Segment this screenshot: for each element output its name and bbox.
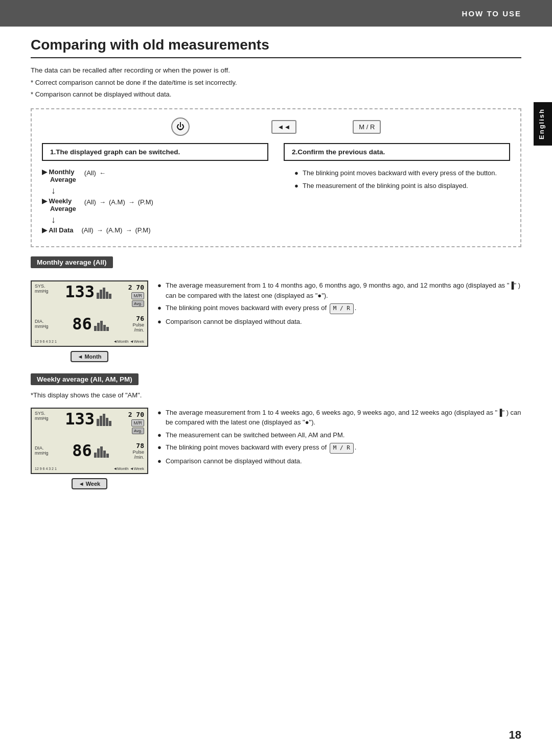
weekly-nav-label: Week: [86, 481, 101, 487]
monthly-bottom-arrows: ◄Month ◄Week: [113, 339, 144, 344]
monthly-label: ▶ Monthly: [42, 168, 74, 176]
bar6: [94, 326, 97, 331]
monthly-num1: 133: [65, 284, 95, 300]
weekly-dia-label: DIA.: [35, 445, 49, 451]
monthly-bullet-3: ● Comparison cannot be displayed without…: [157, 317, 521, 327]
monthly-info-col: ● The average measurement from 1 to 4 mo…: [157, 280, 521, 362]
weekly-bdot-2: ●: [157, 430, 163, 440]
weekly-mr-inline: M / R: [330, 443, 354, 454]
wbar10: [106, 454, 109, 458]
power-button[interactable]: ⏻: [171, 117, 190, 136]
weekly-nav-icon: ◄: [79, 481, 84, 487]
right-bullet-2: ● The measurement of the blinking point …: [294, 181, 510, 191]
bar8: [100, 321, 103, 331]
monthly-sub: Average: [50, 176, 76, 183]
monthly-pulse-label: Pulse: [132, 322, 144, 327]
bar2: [100, 290, 102, 299]
weekly-display-col: SYS. mmHg 133: [31, 408, 148, 489]
monthly-mr-btn: M/R: [131, 292, 144, 299]
monthly-bars-bottom: [94, 317, 109, 331]
weekly-mmhg1: mmHg: [35, 416, 49, 421]
weekly-mr-btn: M/R: [131, 419, 144, 427]
weekly-pm: (P.M): [138, 198, 153, 206]
weekly-label: ▶ Weekly: [42, 197, 72, 205]
mr-label: M / R: [359, 123, 375, 131]
weekly-bars-top: [97, 412, 111, 426]
page-number: 18: [509, 728, 521, 742]
wbar6: [94, 453, 97, 458]
bar9: [103, 325, 106, 331]
weekly-bullet-3: ● The blinking point moves backward with…: [157, 442, 521, 454]
monthly-section: Monthly average (All) SYS. mmHg 133: [31, 256, 521, 362]
weekly-sys-label: SYS.: [35, 411, 49, 416]
mr-button[interactable]: M / R: [353, 120, 381, 134]
bullet-dot-2: ●: [294, 181, 300, 191]
monthly-bullet-1-text: The average measurement from 1 to 4 mont…: [166, 280, 521, 300]
alldata-label: ▶ All Data: [42, 226, 74, 234]
weekly-display-note: *This display shows the case of "AM".: [31, 390, 521, 400]
back-button[interactable]: ◄◄: [271, 120, 297, 134]
graph-item-weekly: ▶ Weekly Average (All) → (A.M) → (P.M): [42, 197, 279, 212]
monthly-lcd: SYS. mmHg 133: [31, 280, 148, 347]
wbar1: [97, 419, 99, 426]
monthly-bdot-1: ●: [157, 280, 163, 291]
weekly-nav-button[interactable]: ◄ Week: [72, 478, 107, 489]
button-row: ⏻ ◄◄ M / R: [42, 117, 510, 136]
weekly-topright: 2 70: [128, 411, 144, 418]
bar5: [109, 294, 111, 299]
weekly-bullet-1: ● The average measurement from 1 to 4 we…: [157, 408, 521, 428]
bullet-dot-1: ●: [294, 168, 300, 178]
weekly-sideright: 78: [136, 442, 144, 450]
weekly-section: Weekly average (All, AM, PM) *This displ…: [31, 373, 521, 489]
weekly-arrow2: →: [128, 198, 135, 206]
wbar3: [103, 414, 105, 426]
intro-line1: The data can be recalled after recording…: [31, 65, 521, 76]
monthly-num2: 86: [72, 316, 92, 332]
wbar7: [97, 448, 100, 458]
weekly-bullet-3-text: The blinking point moves backward with e…: [166, 442, 356, 454]
monthly-mmhg2: mmHg: [35, 324, 49, 329]
weekly-bullet-2-text: The measurement can be switched between …: [166, 430, 344, 440]
wbar8: [100, 446, 103, 458]
graph-left: ▶ Monthly Average (All) ← ↓ ▶ Weekly Ave…: [42, 168, 279, 238]
alldata-arrow1: →: [97, 226, 103, 234]
weekly-pulse-label: Pulse: [132, 450, 144, 455]
right-bullet-1: ● The blinking point moves backward with…: [294, 168, 510, 178]
weekly-bullet-2: ● The measurement can be switched betwee…: [157, 430, 521, 440]
monthly-mmhg1: mmHg: [35, 289, 49, 294]
weekly-bars-bottom: [94, 443, 109, 458]
monthly-nav-label: Month: [84, 353, 101, 360]
dashed-cols: 1.The displayed graph can be switched. 2…: [42, 143, 510, 161]
weekly-am: (A.M): [109, 198, 125, 206]
bar3: [103, 288, 105, 299]
monthly-device-row: SYS. mmHg 133: [31, 280, 521, 362]
monthly-arrow-left: ←: [99, 169, 106, 177]
wbar2: [100, 416, 102, 426]
weekly-section-header: Weekly average (All, AM, PM): [31, 373, 139, 385]
bar7: [97, 323, 100, 331]
monthly-avg: Avg.: [132, 300, 144, 307]
monthly-sys-label: SYS.: [35, 284, 49, 289]
monthly-permin: /min.: [134, 327, 144, 333]
monthly-display-col: SYS. mmHg 133: [31, 280, 148, 362]
weekly-lcd: SYS. mmHg 133: [31, 408, 148, 474]
back-icon: ◄◄: [278, 123, 291, 131]
top-bar: HOW TO USE: [0, 0, 552, 27]
weekly-bdot-4: ●: [157, 456, 163, 466]
weekly-bottom: 12 9 6 4 3 2 1 ◄Month ◄Week: [35, 466, 144, 471]
weekly-bottom-arrows: ◄Month ◄Week: [113, 466, 144, 471]
graph-item-alldata: ▶ All Data (All) → (A.M) → (P.M): [42, 226, 279, 234]
down-arrow-2: ↓: [51, 215, 279, 225]
monthly-dia-label: DIA.: [35, 319, 49, 324]
intro-note2: * Comparison cannot be displayed without…: [31, 89, 521, 100]
graph-right: ● The blinking point moves backward with…: [294, 168, 510, 238]
page-title: Comparing with old measurements: [31, 37, 521, 58]
wbar5: [109, 421, 111, 426]
monthly-bars-top: [97, 285, 111, 299]
monthly-nav-button[interactable]: ◄ Month: [71, 351, 109, 362]
alldata-pm: (P.M): [135, 226, 150, 234]
weekly-bullet-4: ● Comparison cannot be displayed without…: [157, 456, 521, 466]
bar4: [106, 292, 108, 299]
main-content: Comparing with old measurements The data…: [0, 27, 552, 511]
monthly-nav-icon: ◄: [78, 353, 83, 360]
